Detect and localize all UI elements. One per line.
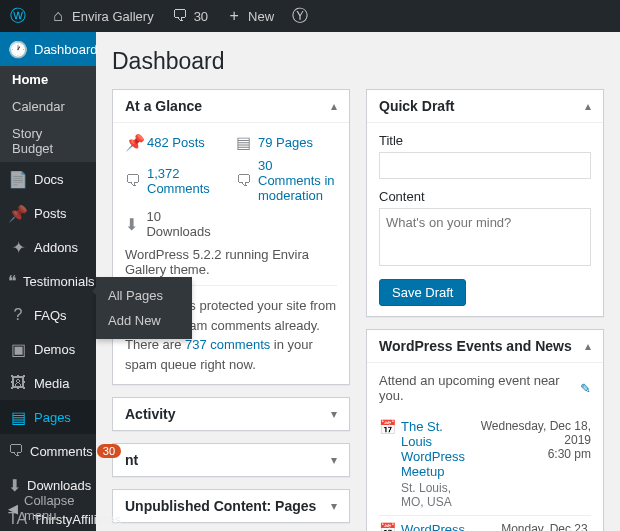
unpublished-header[interactable]: Unpublished Content: Pages▾ <box>113 490 349 522</box>
menu-faqs[interactable]: ?FAQs <box>0 298 96 332</box>
at-a-glance-box: At a Glance▴ 📌482 Posts ▤79 Pages 🗨1,372… <box>112 89 350 385</box>
qd-content-label: Content <box>379 189 591 204</box>
home-icon: ⌂ <box>48 6 68 26</box>
menu-dashboard[interactable]: 🕐Dashboard <box>0 32 96 66</box>
menu-comments[interactable]: 🗨Comments30 <box>0 434 96 468</box>
glance-comments[interactable]: 🗨1,372 Comments <box>125 158 226 203</box>
quick-draft-header[interactable]: Quick Draft▴ <box>367 90 603 123</box>
qd-content-textarea[interactable] <box>379 208 591 266</box>
docs-icon: 📄 <box>8 169 28 189</box>
events-intro: Attend an upcoming event near you.✎ <box>379 373 591 403</box>
plus-icon: + <box>224 6 244 26</box>
event-title-link[interactable]: WordPress Meetup West <box>401 522 465 531</box>
wp-logo[interactable]: ⓦ <box>0 0 40 32</box>
comments-count: 30 <box>194 9 208 24</box>
flyout-all-pages[interactable]: All Pages <box>96 283 192 308</box>
menu-demos[interactable]: ▣Demos <box>0 332 96 366</box>
glance-moderation[interactable]: 🗨30 Comments in moderation <box>236 158 337 203</box>
pages-icon: ▤ <box>8 407 28 427</box>
collapse-icon: ◀ <box>8 501 18 516</box>
events-news-header[interactable]: WordPress Events and News▴ <box>367 330 603 363</box>
qd-title-input[interactable] <box>379 152 591 179</box>
menu-docs[interactable]: 📄Docs <box>0 162 96 196</box>
submenu-dashboard: Home Calendar Story Budget <box>0 66 96 162</box>
calendar-icon: 📅 <box>379 419 393 509</box>
dashboard-icon: 🕐 <box>8 39 28 59</box>
comment-icon: 🗨 <box>170 6 190 26</box>
chevron-down-icon: ▾ <box>331 407 337 421</box>
event-date: Wednesday, Dec 18, 20196:30 pm <box>473 419 591 509</box>
demos-icon: ▣ <box>8 339 28 359</box>
glance-posts[interactable]: 📌482 Posts <box>125 133 226 152</box>
page-title: Dashboard <box>112 48 604 75</box>
at-a-glance-header[interactable]: At a Glance▴ <box>113 90 349 123</box>
chevron-down-icon: ▾ <box>331 453 337 467</box>
qd-title-label: Title <box>379 133 591 148</box>
save-draft-button[interactable]: Save Draft <box>379 279 466 306</box>
chevron-up-icon: ▴ <box>331 99 337 113</box>
submenu-calendar[interactable]: Calendar <box>0 93 96 120</box>
media-icon: 🖼 <box>8 373 28 393</box>
admin-topbar: ⓦ ⌂Envira Gallery 🗨30 +New Ⓨ <box>0 0 620 32</box>
wordpress-icon: ⓦ <box>8 6 28 26</box>
glance-pages[interactable]: ▤79 Pages <box>236 133 337 152</box>
addons-icon: ✦ <box>8 237 28 257</box>
comments-badge: 30 <box>97 444 121 458</box>
wp-version: WordPress 5.2.2 running Envira Gallery t… <box>125 247 337 277</box>
event-row: 📅The St. Louis WordPress MeetupSt. Louis… <box>379 413 591 516</box>
admin-sidebar: 🕐Dashboard Home Calendar Story Budget 📄D… <box>0 32 96 531</box>
events-news-box: WordPress Events and News▴ Attend an upc… <box>366 329 604 531</box>
calendar-icon: 📅 <box>379 522 393 531</box>
comment-icon: 🗨 <box>8 441 24 461</box>
unpublished-header[interactable]: nt▾ <box>113 444 349 476</box>
menu-pages[interactable]: ▤Pages <box>0 400 96 434</box>
new-link[interactable]: +New <box>216 0 282 32</box>
pin-icon: 📌 <box>125 133 141 152</box>
glance-downloads: ⬇10 Downloads <box>125 209 226 239</box>
comments-link[interactable]: 🗨30 <box>162 0 216 32</box>
yoast-icon: Ⓨ <box>290 6 310 26</box>
pencil-icon[interactable]: ✎ <box>580 381 591 396</box>
comment-icon: 🗨 <box>236 172 252 190</box>
activity-header[interactable]: Activity▾ <box>113 398 349 430</box>
submenu-home[interactable]: Home <box>0 66 96 93</box>
unpublished-box: nt▾ <box>112 443 350 477</box>
event-row: 📅WordPress Meetup WestSaint Charles, MO,… <box>379 516 591 531</box>
chevron-down-icon: ▾ <box>331 499 337 513</box>
quote-icon: ❝ <box>8 271 17 291</box>
site-name: Envira Gallery <box>72 9 154 24</box>
quick-draft-box: Quick Draft▴ Title Content Save Draft <box>366 89 604 317</box>
chevron-up-icon: ▴ <box>585 99 591 113</box>
download-icon: ⬇ <box>125 215 140 234</box>
new-label: New <box>248 9 274 24</box>
unpublished-box: Unpublished Content: Pages▾ <box>112 489 350 523</box>
menu-media[interactable]: 🖼Media <box>0 366 96 400</box>
pages-flyout: All Pages Add New <box>96 277 192 339</box>
event-title-link[interactable]: The St. Louis WordPress Meetup <box>401 419 465 479</box>
spam-queue-link[interactable]: 737 comments <box>185 337 270 352</box>
collapse-menu[interactable]: ◀Collapse menu <box>0 485 96 531</box>
submenu-story-budget[interactable]: Story Budget <box>0 120 96 162</box>
comment-icon: 🗨 <box>125 172 141 190</box>
flyout-add-new[interactable]: Add New <box>96 308 192 333</box>
menu-addons[interactable]: ✦Addons <box>0 230 96 264</box>
event-date: Monday, Dec 23, 20196:30 pm <box>473 522 591 531</box>
menu-testimonials[interactable]: ❝Testimonials <box>0 264 96 298</box>
site-link[interactable]: ⌂Envira Gallery <box>40 0 162 32</box>
pin-icon: 📌 <box>8 203 28 223</box>
activity-box: Activity▾ <box>112 397 350 431</box>
chevron-up-icon: ▴ <box>585 339 591 353</box>
menu-posts[interactable]: 📌Posts <box>0 196 96 230</box>
faq-icon: ? <box>8 305 28 325</box>
event-location: St. Louis, MO, USA <box>401 481 465 509</box>
yoast-link[interactable]: Ⓨ <box>282 0 322 32</box>
page-icon: ▤ <box>236 133 252 152</box>
